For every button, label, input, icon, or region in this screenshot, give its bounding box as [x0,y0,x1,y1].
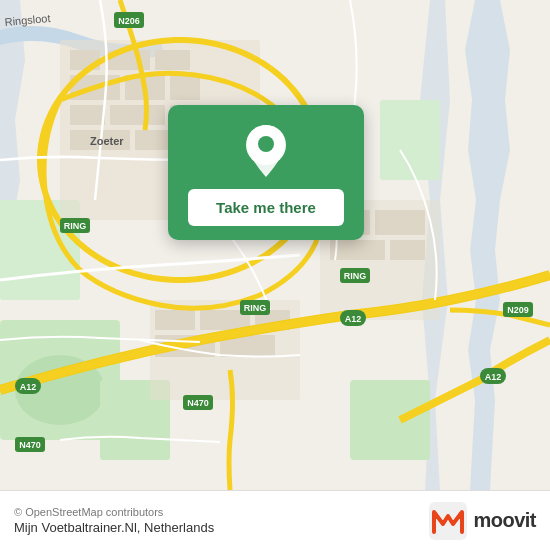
svg-rect-28 [330,240,385,260]
svg-text:A12: A12 [345,314,362,324]
svg-rect-3 [350,380,430,460]
svg-rect-27 [375,210,425,235]
svg-text:A12: A12 [485,372,502,382]
copyright-text: © OpenStreetMap contributors [14,506,214,518]
svg-rect-20 [155,310,195,330]
svg-text:RING: RING [244,303,267,313]
map-container: Zoeter Ringsloot N206 A12 A12 A12 RING R… [0,0,550,490]
svg-rect-13 [170,75,200,100]
popup-card: Take me there [168,105,364,240]
svg-text:RING: RING [64,221,87,231]
svg-point-54 [258,136,274,152]
moovit-logo: moovit [429,502,536,540]
svg-text:N470: N470 [19,440,41,450]
moovit-text: moovit [473,509,536,532]
svg-rect-14 [70,105,105,125]
svg-text:Zoeter: Zoeter [90,135,124,147]
location-pin-icon [242,123,290,179]
footer-info: © OpenStreetMap contributors Mijn Voetba… [14,506,214,535]
site-name: Mijn Voetbaltrainer.Nl, Netherlands [14,520,214,535]
moovit-m-icon [429,502,467,540]
svg-text:N209: N209 [507,305,529,315]
svg-rect-29 [390,240,425,260]
footer-bar: © OpenStreetMap contributors Mijn Voetba… [0,490,550,550]
svg-text:A12: A12 [20,382,37,392]
svg-rect-15 [110,105,165,125]
take-me-there-button[interactable]: Take me there [188,189,344,226]
svg-text:RING: RING [344,271,367,281]
svg-rect-10 [155,50,190,70]
svg-text:N470: N470 [187,398,209,408]
svg-text:N206: N206 [118,16,140,26]
